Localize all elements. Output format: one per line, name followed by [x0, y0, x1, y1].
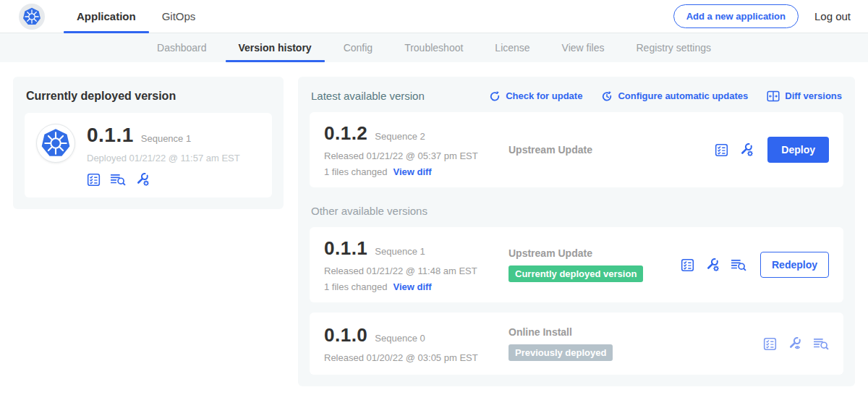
check-for-update-label: Check for update	[506, 90, 582, 101]
version-card-previous: 0.1.0 Sequence 0 Released 01/20/22 @ 03:…	[310, 313, 843, 375]
deployed-actions	[87, 172, 240, 187]
subnav-item-troubleshoot[interactable]: Troubleshoot	[388, 33, 479, 62]
subnav-label: View files	[562, 42, 605, 54]
diff-versions-link[interactable]: Diff versions	[767, 90, 842, 102]
preflight-checks-icon[interactable]	[681, 258, 694, 272]
auto-update-schedule-icon	[601, 90, 613, 102]
preflight-checks-icon[interactable]	[87, 173, 101, 187]
check-for-update-link[interactable]: Check for update	[489, 90, 582, 102]
released-timestamp: Released 01/20/22 @ 03:05 pm EST	[324, 352, 509, 363]
subnav-label: Config	[344, 42, 373, 54]
version-info: 0.1.2 Sequence 2 Released 01/21/22 @ 05:…	[324, 122, 509, 177]
deployed-version: 0.1.1	[87, 124, 134, 147]
deploy-logs-icon[interactable]	[110, 173, 126, 186]
subnav-label: Dashboard	[157, 42, 207, 54]
header-right: Add a new application Log out	[673, 0, 851, 33]
redeploy-button[interactable]: Redeploy	[760, 252, 829, 278]
source-label: Online Install	[509, 326, 653, 338]
version-card-actions: Deploy	[715, 137, 829, 163]
subnav-label: Registry settings	[637, 42, 711, 54]
preflight-checks-icon[interactable]	[715, 143, 728, 157]
header-tabs: Application GitOps	[64, 0, 208, 33]
subnav-label: License	[495, 42, 529, 54]
configure-automatic-updates-label: Configure automatic updates	[618, 90, 748, 101]
subnav-label: Troubleshoot	[404, 42, 463, 54]
version-source: Upstream Update Currently deployed versi…	[509, 247, 653, 282]
app-subnav: Dashboard Version history Config Trouble…	[0, 33, 868, 62]
refresh-icon	[489, 90, 501, 102]
diff-versions-label: Diff versions	[785, 90, 842, 101]
view-diff-link[interactable]: View diff	[393, 281, 431, 292]
version-sequence: Sequence 1	[375, 246, 425, 257]
version-number: 0.1.1	[324, 237, 367, 260]
version-card-actions	[763, 336, 829, 351]
version-source: Online Install Previously deployed	[509, 326, 653, 361]
main-content: Currently deployed version 0.1.1 Sequenc…	[0, 62, 868, 401]
subnav-item-license[interactable]: License	[479, 33, 545, 62]
tab-gitops[interactable]: GitOps	[149, 0, 209, 33]
view-diff-link[interactable]: View diff	[393, 166, 431, 177]
subnav-label: Version history	[239, 42, 312, 54]
version-info: 0.1.1 Sequence 1 Released 01/21/22 @ 11:…	[324, 237, 509, 292]
edit-config-icon[interactable]	[739, 143, 754, 157]
subnav-item-view-files[interactable]: View files	[546, 33, 621, 62]
kubernetes-logo-icon	[22, 7, 41, 26]
deploy-logs-icon[interactable]	[731, 258, 746, 271]
version-number: 0.1.0	[324, 324, 367, 347]
tab-application-label: Application	[77, 10, 136, 22]
version-source: Upstream Update	[509, 144, 653, 156]
subnav-item-dashboard[interactable]: Dashboard	[141, 33, 223, 62]
released-timestamp: Released 01/21/22 @ 05:37 pm EST	[324, 150, 509, 161]
currently-deployed-panel: Currently deployed version 0.1.1 Sequenc…	[13, 77, 284, 209]
version-card-deployed: 0.1.1 Sequence 1 Released 01/21/22 @ 11:…	[310, 227, 843, 302]
version-history-panel: Latest available version Check for updat…	[298, 77, 855, 386]
currently-deployed-title: Currently deployed version	[25, 88, 272, 103]
previously-deployed-badge: Previously deployed	[509, 344, 613, 361]
subnav-item-version-history[interactable]: Version history	[223, 33, 328, 62]
version-sequence: Sequence 0	[375, 333, 425, 344]
configure-automatic-updates-link[interactable]: Configure automatic updates	[601, 90, 748, 102]
diff-versions-icon	[767, 90, 780, 102]
version-card-latest: 0.1.2 Sequence 2 Released 01/21/22 @ 05:…	[310, 112, 843, 187]
deployed-info: 0.1.1 Sequence 1 Deployed 01/21/22 @ 11:…	[87, 124, 240, 187]
files-changed-label: 1 files changed	[324, 166, 387, 177]
version-actions: Check for update Configure automatic upd…	[489, 90, 842, 102]
add-application-button[interactable]: Add a new application	[673, 4, 799, 28]
version-sequence: Sequence 2	[375, 131, 425, 142]
currently-deployed-badge: Currently deployed version	[509, 265, 643, 282]
latest-version-title: Latest available version	[311, 90, 425, 102]
kubernetes-logo[interactable]	[19, 4, 45, 30]
edit-config-icon[interactable]	[135, 172, 150, 187]
logout-button[interactable]: Log out	[814, 10, 851, 22]
preflight-checks-icon[interactable]	[763, 337, 777, 351]
version-number: 0.1.2	[324, 122, 367, 145]
latest-version-header: Latest available version Check for updat…	[310, 88, 843, 102]
app-logo	[36, 124, 75, 163]
version-info: 0.1.0 Sequence 0 Released 01/20/22 @ 03:…	[324, 324, 509, 363]
edit-config-icon[interactable]	[705, 258, 720, 272]
currently-deployed-card: 0.1.1 Sequence 1 Deployed 01/21/22 @ 11:…	[25, 113, 272, 197]
version-card-actions: Redeploy	[681, 252, 829, 278]
deploy-button[interactable]: Deploy	[767, 137, 829, 163]
released-timestamp: Released 01/21/22 @ 11:48 am EST	[324, 265, 509, 276]
subnav-item-registry-settings[interactable]: Registry settings	[621, 33, 727, 62]
deployed-sequence: Sequence 1	[141, 133, 191, 144]
tab-application[interactable]: Application	[64, 0, 149, 33]
kubernetes-app-icon	[41, 128, 71, 158]
source-label: Upstream Update	[509, 247, 653, 259]
subnav-item-config[interactable]: Config	[328, 33, 388, 62]
view-config-icon[interactable]	[788, 336, 802, 351]
tab-gitops-label: GitOps	[162, 10, 196, 22]
other-versions-title: Other available versions	[310, 205, 843, 217]
deploy-logs-icon[interactable]	[813, 337, 829, 350]
files-changed-label: 1 files changed	[324, 281, 387, 292]
top-header: Application GitOps Add a new application…	[0, 0, 868, 33]
source-label: Upstream Update	[509, 144, 653, 156]
deployed-timestamp: Deployed 01/21/22 @ 11:57 am EST	[87, 153, 240, 163]
